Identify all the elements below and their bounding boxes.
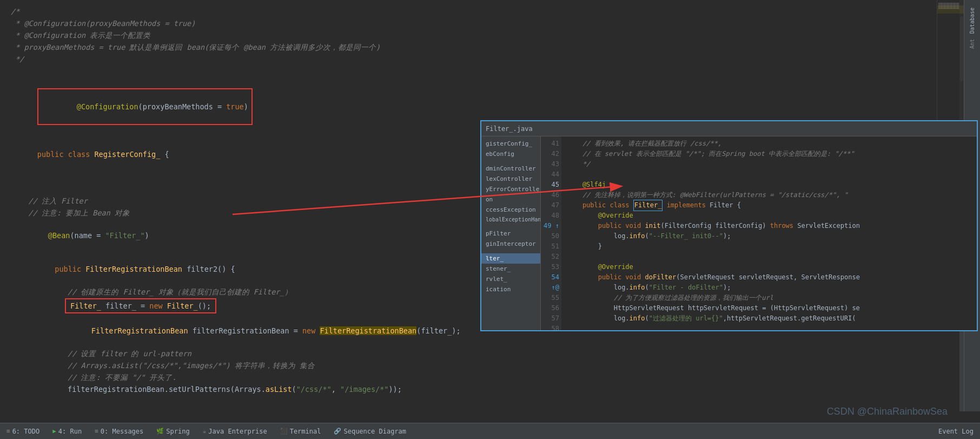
code-line-seturls: filterRegistrationBean.setUrlPatterns(Ar…: [0, 383, 627, 406]
rc-line-52: [567, 252, 972, 262]
java-enterprise-icon: ☕: [203, 428, 207, 435]
file-item-registerconfig[interactable]: gisterConfig_: [481, 139, 540, 149]
file-tree: gisterConfig_ ebConfig dminController le…: [481, 136, 541, 330]
rc-line-42: // 在 servlet 表示全部匹配是 "/*"; 而在Spring boot…: [567, 149, 972, 159]
rc-line-50: log.info("--Filter_ init0--");: [567, 231, 972, 241]
file-item-admincontroller[interactable]: dminController: [481, 163, 540, 174]
code-line-c6: // 注意: 不要漏 "/" 开头了.: [0, 371, 627, 383]
rc-line-59: [567, 324, 972, 330]
file-item-spacer: [481, 159, 540, 163]
filter-class-highlight: Filter_: [633, 200, 663, 211]
rc-line-51: }: [567, 241, 972, 252]
rc-line-58: log.info("过滤器处理的 url={}",httpServletRequ…: [567, 313, 972, 324]
code-line-blank1: [0, 65, 627, 77]
file-item-indexcontroller[interactable]: lexController: [481, 174, 540, 184]
right-panel: Filter_.java gisterConfig_ ebConfig dmin…: [480, 120, 978, 331]
toolbar-label-terminal: Terminal: [290, 428, 321, 435]
code-line-4: * proxyBeanMethods = true 默认是单例返回 bean(保…: [0, 41, 627, 53]
rc-line-55: log.info("Filter - doFilter");: [567, 283, 972, 293]
toolbar-label-java-enterprise: Java Enterprise: [208, 428, 267, 435]
right-panel-title: Filter_.java: [486, 125, 533, 133]
rc-line-49: public void init(FilterConfig filterConf…: [567, 221, 972, 231]
sidebar-tab-ant[interactable]: Ant: [968, 37, 976, 51]
code-line-blank4: [0, 406, 627, 411]
line-numbers: 41 42 43 44 45 46 47 48 49 ↑ 50 51 52 53…: [541, 136, 561, 330]
rc-line-46: // 先注释掉，说明第一种方式: @WebFilter(urlPatterns …: [567, 190, 972, 200]
toolbar-label-sequence: Sequence Diagram: [343, 428, 406, 435]
right-code-area: gisterConfig_ ebConfig dminController le…: [481, 136, 977, 330]
filter-new-box: Filter_ filter_ = new Filter_();: [65, 298, 216, 313]
code-lines: // 看到效果, 请在拦截器配置放行 /css/**, // 在 servlet…: [562, 136, 977, 330]
right-panel-header: Filter_.java: [481, 121, 977, 136]
sequence-icon: 🔗: [334, 428, 341, 435]
code-line-c5: // Arrays.asList("/css/*","images/*") 将字…: [0, 359, 627, 371]
toolbar-label-messages: 0: Messages: [101, 428, 143, 435]
toolbar-label-eventlog: Event Log: [938, 428, 974, 435]
toolbar-label-run: 4: Run: [58, 428, 82, 435]
toolbar-item-eventlog[interactable]: Event Log: [936, 427, 976, 436]
file-item-spacer3: [481, 249, 540, 253]
file-item-webconfig[interactable]: ebConfig: [481, 149, 540, 159]
code-line-5: */: [0, 53, 627, 65]
rc-line-43: */: [567, 159, 972, 169]
toolbar-item-run[interactable]: ▶ 4: Run: [50, 427, 84, 436]
toolbar-item-java-enterprise[interactable]: ☕ Java Enterprise: [201, 427, 269, 436]
file-item-appfilter[interactable]: pFilter: [481, 228, 540, 239]
bottom-toolbar: ≡ 6: TODO ▶ 4: Run ≡ 0: Messages 🌿 Sprin…: [0, 423, 980, 439]
rc-line-48: @Override: [567, 211, 972, 221]
right-code-content: 41 42 43 44 45 46 47 48 49 ↑ 50 51 52 53…: [541, 136, 977, 330]
code-line-2: * @Configuration(proxyBeanMethods = true…: [0, 17, 627, 29]
spring-icon: 🌿: [156, 428, 164, 435]
file-item-accessexception[interactable]: ccessException: [481, 205, 540, 215]
sidebar-tab-database[interactable]: Database: [968, 5, 976, 36]
file-item-errorcontroller[interactable]: yErrorController: [481, 184, 540, 194]
rc-line-57: HttpServletRequest httpServletRequest = …: [567, 303, 972, 313]
terminal-icon: ⬛: [280, 428, 288, 435]
file-item-spacer2: [481, 224, 540, 228]
toolbar-item-terminal[interactable]: ⬛ Terminal: [278, 427, 323, 436]
toolbar-item-spring[interactable]: 🌿 Spring: [154, 427, 191, 436]
toolbar-item-messages[interactable]: ≡ 0: Messages: [92, 427, 145, 436]
annotation-box: @Configuration(proxyBeanMethods = true): [37, 88, 253, 125]
rc-line-54: public void doFilter(ServletRequest serv…: [567, 272, 972, 283]
toolbar-item-todo[interactable]: ≡ 6: TODO: [4, 427, 42, 436]
rc-line-56: // 为了方便观察过滤器处理的资源，我们输出一个url: [567, 293, 972, 303]
file-item-listener[interactable]: stener_: [481, 264, 540, 274]
rc-line-41: // 看到效果, 请在拦截器配置放行 /css/**,: [567, 139, 972, 149]
todo-icon: ≡: [6, 428, 10, 435]
toolbar-item-sequence[interactable]: 🔗 Sequence Diagram: [332, 427, 408, 436]
csdn-watermark: CSDN @ChinaRainbowSea: [827, 406, 948, 417]
file-item-servlet[interactable]: rvlet_: [481, 274, 540, 284]
rc-line-53: @Override: [567, 262, 972, 272]
messages-icon: ≡: [95, 428, 98, 435]
code-line-1: /*: [0, 5, 627, 17]
run-icon: ▶: [52, 428, 56, 435]
file-item-on[interactable]: on: [481, 194, 540, 205]
rc-line-44: [567, 169, 972, 180]
toolbar-label-todo: 6: TODO: [12, 428, 40, 435]
rc-line-47: public class Filter_ implements Filter {: [567, 200, 972, 211]
minimap-highlight: [937, 5, 964, 14]
toolbar-label-spring: Spring: [166, 428, 189, 435]
file-item-filter[interactable]: lter_: [481, 253, 540, 264]
file-item-globalexception[interactable]: lobalExceptionHandle: [481, 215, 540, 224]
rc-line-45: @Slf4j: [567, 180, 972, 190]
code-line-c4: // 设置 filter 的 url-pattern: [0, 348, 627, 359]
code-line-3: * @Configuration 表示是一个配置类: [0, 29, 627, 41]
file-item-logininterceptor[interactable]: ginInterceptor: [481, 239, 540, 249]
file-item-application[interactable]: ication: [481, 284, 540, 294]
